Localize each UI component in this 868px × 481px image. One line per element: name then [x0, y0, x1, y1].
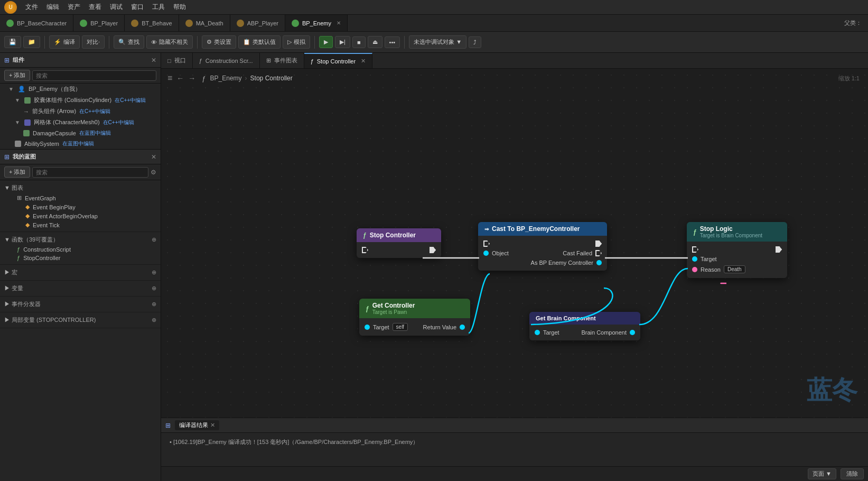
viewport-icon: □ [167, 58, 171, 64]
step-button[interactable]: ▶| [335, 36, 350, 48]
tree-damage-badge: 在蓝图中编辑 [79, 130, 111, 137]
tab-bp-base[interactable]: BP_BaseCharacter [0, 15, 73, 31]
class-settings-button[interactable]: ⚙ 类设置 [202, 35, 236, 49]
stop-logic-reason-value[interactable]: Death [724, 265, 745, 273]
components-add-button[interactable]: + 添加 [4, 70, 30, 81]
tab-bp-enemy-close[interactable]: ✕ [337, 20, 341, 26]
tree-item-damage[interactable]: DamageCapsule 在蓝图中编辑 [0, 128, 161, 138]
bottom-tab-compiler[interactable]: 编译器结果 ✕ [175, 420, 219, 430]
bp-item-event-graph[interactable]: ⊞ EventGraph [4, 193, 156, 202]
stop-ctrl-exec-pin [357, 245, 441, 255]
node-stop-controller[interactable]: ƒ Stop Controller [357, 228, 441, 258]
blueprints-add-button[interactable]: + 添加 [4, 166, 30, 178]
node-cast-to[interactable]: ⇒ Cast To BP_EnemyController [478, 222, 607, 271]
more-options-button[interactable]: ••• [385, 36, 400, 48]
tab-bt-behave-icon [131, 20, 138, 27]
variables-add-icon[interactable]: ⊕ [152, 285, 156, 292]
stop-logic-reason-row: Reason Death [687, 264, 787, 275]
tab-bp-player[interactable]: BP_Player [73, 15, 125, 31]
debug-nav-button[interactable]: ⤴ [469, 36, 481, 48]
bp-item-begin-play[interactable]: ◆ Event BeginPlay [4, 202, 156, 211]
bp-item-tick[interactable]: ◆ Event Tick [4, 220, 156, 229]
blueprints-settings-icon[interactable]: ⚙ [151, 169, 156, 176]
components-search-input[interactable] [32, 70, 156, 81]
class-defaults-button[interactable]: 📋 类默认值 [238, 35, 281, 49]
macros-add-icon[interactable]: ⊕ [152, 269, 156, 276]
eject-button[interactable]: ⏏ [368, 36, 382, 48]
inner-tab-event-graph[interactable]: ⊞ 事件图表 [260, 53, 304, 68]
construction-tab-icon: ƒ [199, 58, 202, 64]
tab-bp-enemy[interactable]: BP_Enemy ✕ [285, 15, 348, 31]
menu-tools[interactable]: 工具 [152, 3, 165, 12]
stop-ctrl-exec-out [430, 247, 436, 253]
bp-section-functions: ▼ 函数（39可覆盖） ⊕ ƒ ConstructionScript ƒ Sto… [0, 232, 161, 265]
tab-abp-player[interactable]: ABP_Player [230, 15, 285, 31]
components-panel-close[interactable]: ✕ [151, 57, 156, 64]
functions-add-icon[interactable]: ⊕ [152, 236, 156, 243]
clear-button[interactable]: 清除 [841, 468, 864, 479]
page-select[interactable]: 页面 ▼ [808, 468, 836, 479]
inner-tab-viewport[interactable]: □ 视口 [161, 53, 193, 68]
breadcrumb-root[interactable]: BP_Enemy [210, 75, 242, 82]
stop-logic-exec-out [776, 246, 782, 253]
canvas-menu-icon[interactable]: ≡ [167, 73, 172, 83]
bp-item-stop-controller[interactable]: ƒ StopController [4, 254, 156, 262]
tree-item-ability[interactable]: AbilitySystem 在蓝图中编辑 [0, 138, 161, 149]
play-button[interactable]: ▶ [319, 36, 333, 48]
tree-item-mesh[interactable]: ▼ 网格体 (CharacterMesh0) 在C++中编辑 [0, 117, 161, 128]
blueprints-search-input[interactable] [32, 167, 148, 178]
simulate-icon: ▷ [287, 39, 292, 45]
bp-section-functions-label[interactable]: ▼ 函数（39可覆盖） ⊕ [4, 234, 156, 245]
diff-button[interactable]: 对比· [82, 35, 105, 49]
bp-section-variables-label[interactable]: ▶ 变量 ⊕ [4, 283, 156, 294]
search-button[interactable]: 🔍 查找 [114, 35, 144, 49]
get-ctrl-target-value[interactable]: self [393, 323, 408, 331]
tree-item-arrow[interactable]: → 箭头组件 (Arrow) 在C++中编辑 [0, 106, 161, 117]
node-get-controller[interactable]: ƒ Get Controller Target is Pawn Target s… [359, 299, 470, 336]
compiler-tab-close[interactable]: ✕ [210, 422, 215, 429]
get-brain-node-body: Target Brain Component [529, 325, 640, 340]
stop-controller-tab-close[interactable]: ✕ [361, 58, 366, 64]
stop-controller-node-header: ƒ Stop Controller [357, 228, 441, 242]
blueprint-canvas[interactable]: ≡ ← → ƒ BP_Enemy › Stop Controller 缩放 1:… [161, 69, 868, 418]
save-button[interactable]: 💾 [4, 36, 21, 48]
bp-item-construction[interactable]: ƒ ConstructionScript [4, 245, 156, 254]
menu-help[interactable]: 帮助 [173, 3, 186, 12]
simulate-button[interactable]: ▷ 模拟 [283, 35, 310, 49]
debug-target-button[interactable]: 未选中调试对象 ▼ [409, 35, 466, 49]
bp-item-begin-overlap[interactable]: ◆ Event ActorBeginOverlap [4, 211, 156, 220]
bp-section-local-vars-label[interactable]: ▶ 局部变量 (STOPCONTROLLER) ⊕ [4, 314, 156, 326]
construction-label: ConstructionScript [23, 246, 71, 253]
bp-section-graph-label[interactable]: ▼ 图表 [4, 182, 156, 193]
menu-debug[interactable]: 调试 [110, 3, 123, 12]
dispatchers-add-icon[interactable]: ⊕ [152, 301, 156, 308]
menu-window[interactable]: 窗口 [131, 3, 144, 12]
get-ctrl-return-pin [460, 325, 465, 330]
node-get-brain[interactable]: Get Brain Component Target Brain Compone… [529, 312, 640, 340]
inner-tab-stop-controller[interactable]: ƒ Stop Controller ✕ [304, 53, 373, 68]
tab-bt-behave[interactable]: BT_Behave [125, 15, 179, 31]
menu-assets[interactable]: 资产 [68, 3, 80, 12]
hide-unrelated-button[interactable]: 👁 隐藏不相关 [146, 35, 193, 49]
menu-view[interactable]: 查看 [89, 3, 101, 12]
blueprints-panel-close[interactable]: ✕ [151, 153, 156, 161]
stop-controller-tab-icon: ƒ [311, 58, 314, 64]
node-stop-logic[interactable]: ƒ Stop Logic Target is Brain Component [687, 222, 787, 278]
inner-tab-construction[interactable]: ƒ Construction Scr... [193, 53, 260, 68]
stop-button[interactable]: ■ [352, 36, 366, 48]
stop-controller-tab-label: Stop Controller [317, 58, 356, 64]
canvas-forward-button[interactable]: → [188, 74, 195, 82]
local-vars-add-icon[interactable]: ⊕ [152, 317, 156, 323]
bp-section-dispatchers-label[interactable]: ▶ 事件分发器 ⊕ [4, 299, 156, 310]
tree-item-root[interactable]: ▼ 👤 BP_Enemy（自我） [0, 84, 161, 95]
mesh-icon [24, 119, 31, 126]
bp-section-macros-label[interactable]: ▶ 宏 ⊕ [4, 267, 156, 278]
canvas-back-button[interactable]: ← [176, 74, 184, 82]
browse-button[interactable]: 📁 [23, 36, 40, 48]
compile-button[interactable]: ⚡ 编译 [49, 35, 80, 49]
menu-edit[interactable]: 编辑 [46, 3, 59, 12]
variables-label: ▶ 变量 [4, 284, 23, 292]
tree-item-capsule[interactable]: ▼ 胶囊体组件 (CollisionCylinder) 在C++中编辑 [0, 95, 161, 106]
menu-file[interactable]: 文件 [25, 3, 38, 12]
tab-ma-death[interactable]: MA_Death [179, 15, 230, 31]
